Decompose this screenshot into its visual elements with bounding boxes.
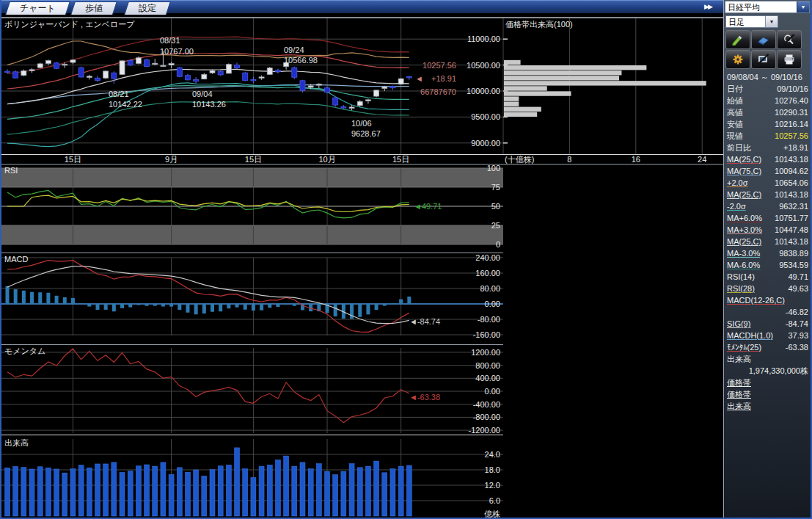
quote-row-label[interactable]: MACD(12-26,C) — [727, 296, 785, 305]
quote-row[interactable]: MACD(12-26,C) — [724, 294, 811, 306]
svg-text:10257.56: 10257.56 — [423, 61, 456, 70]
quote-row-value: -84.74 — [786, 319, 808, 328]
svg-text:◄-84.74: ◄-84.74 — [409, 317, 440, 326]
quote-row-label[interactable]: MA+3.0% — [727, 225, 762, 234]
quote-row: 1,974,330,000株 — [724, 365, 811, 377]
svg-text:800.00: 800.00 — [475, 361, 500, 370]
quote-row[interactable]: MA(25,C)10143.18 — [724, 153, 811, 165]
quote-row[interactable]: MA(25,C)10143.18 — [724, 189, 811, 200]
period-dropdown-arrow-icon[interactable]: ▼ — [765, 16, 778, 27]
quote-row-label[interactable]: ﾓﾒﾝﾀﾑ(25) — [727, 343, 761, 352]
quote-row[interactable]: MA+6.0%10751.77 — [724, 212, 811, 224]
period-select-value: 日足 — [726, 16, 765, 27]
tab-overflow-icon[interactable]: ▶▶ — [704, 3, 712, 10]
tab-tick-label: 歩値 — [73, 2, 114, 14]
svg-text:24: 24 — [698, 155, 706, 164]
quote-row[interactable]: +2.0σ10654.06 — [724, 177, 811, 189]
quote-row-label[interactable]: 価格帯 — [727, 389, 751, 400]
symbol-dropdown-arrow-icon[interactable]: ▼ — [797, 1, 809, 12]
tab-bar: チャート 歩値 設定 ▶▶ — [0, 0, 723, 13]
svg-text:+18.91: +18.91 — [431, 74, 456, 83]
svg-text:1200.00: 1200.00 — [471, 348, 500, 357]
quote-row-label[interactable]: -2.0σ — [727, 202, 746, 211]
quote-row: 安値10216.14 — [724, 118, 811, 130]
quote-row[interactable]: 価格帯 — [724, 388, 811, 400]
svg-text:◄: ◄ — [415, 74, 423, 83]
tab-settings[interactable]: 設定 — [124, 1, 171, 15]
quote-row-label[interactable]: 価格帯 — [727, 377, 751, 388]
svg-text:16: 16 — [632, 155, 640, 164]
svg-text:10143.26: 10143.26 — [192, 100, 226, 109]
quote-row-label[interactable]: MA(25,C) — [727, 237, 761, 246]
quote-row-value: -63.38 — [786, 343, 808, 352]
svg-text:75: 75 — [491, 183, 500, 192]
quote-row-label: 前日比 — [727, 142, 751, 153]
svg-text:0.00: 0.00 — [485, 387, 500, 396]
svg-text:10000.00: 10000.00 — [467, 87, 500, 95]
svg-text:66787670: 66787670 — [420, 87, 456, 96]
svg-text:15日: 15日 — [65, 155, 81, 164]
quote-row: 現値10257.56 — [724, 130, 811, 142]
tab-settings-label: 設定 — [127, 2, 168, 14]
quote-row-value: 10276.40 — [775, 96, 808, 105]
quote-row[interactable]: MA-3.0%9838.89 — [724, 247, 811, 259]
svg-text:10142.22: 10142.22 — [109, 100, 142, 109]
symbol-select-value: 日経平均 — [725, 1, 797, 12]
quote-row[interactable]: MA(75,C)10094.62 — [724, 165, 811, 177]
draw-pencil-button[interactable] — [725, 30, 750, 49]
print-button[interactable] — [777, 50, 802, 69]
chart-toolbar — [725, 30, 802, 69]
quote-row-value: 10290.31 — [775, 108, 808, 117]
quote-row[interactable]: RSI(28)49.63 — [724, 283, 811, 294]
chart-canvas: 08/3110767.0009/2410566.9808/2110142.220… — [0, 13, 723, 519]
svg-text:100: 100 — [487, 164, 500, 173]
quote-row-value: 10216.14 — [775, 120, 808, 128]
tab-chart[interactable]: チャート — [5, 1, 70, 15]
quote-row[interactable]: 出来高 — [724, 400, 811, 412]
quote-row[interactable]: MA-6.0%9534.59 — [724, 259, 811, 271]
svg-text:(十億株): (十億株) — [505, 155, 534, 164]
capture-disabled-button[interactable] — [751, 50, 776, 69]
quote-row-label[interactable]: MA(75,C) — [727, 167, 761, 175]
quote-row-label[interactable]: MA(25,C) — [727, 155, 761, 164]
quote-row: 高値10290.31 — [724, 106, 811, 118]
svg-text:0: 0 — [496, 240, 500, 249]
quote-row-label[interactable]: 出来高 — [727, 401, 751, 412]
quote-row[interactable]: -2.0σ9632.31 — [724, 200, 811, 212]
quote-row[interactable]: 価格帯 — [724, 377, 811, 388]
settings-gear-button[interactable] — [725, 50, 750, 69]
svg-text:出来高: 出来高 — [4, 438, 29, 447]
tab-tick[interactable]: 歩値 — [70, 1, 117, 15]
quote-row-label[interactable]: MA-6.0% — [727, 261, 760, 269]
quote-row-value: 10143.18 — [775, 190, 808, 199]
svg-text:10月: 10月 — [318, 155, 335, 164]
zoom-disabled-button[interactable] — [777, 30, 802, 49]
quote-row[interactable]: ﾓﾒﾝﾀﾑ(25)-63.38 — [724, 341, 811, 353]
quote-row-label[interactable]: RSI(28) — [727, 284, 755, 293]
quote-row-value: 49.63 — [788, 284, 808, 293]
svg-text:11000.00: 11000.00 — [467, 35, 500, 43]
quote-row[interactable]: MACDH(1.0)37.93 — [724, 330, 811, 341]
period-select[interactable]: 日足 ▼ — [725, 15, 778, 28]
quote-row[interactable]: MA(25,C)10143.18 — [724, 236, 811, 247]
quote-row-value: 9632.31 — [779, 202, 808, 211]
period-range-label: 09/08/04 ～ 09/10/16 — [724, 71, 811, 83]
quote-row[interactable]: SIG(9)-84.74 — [724, 318, 811, 330]
svg-text:-800.00: -800.00 — [473, 413, 500, 421]
quote-row-label: 安値 — [727, 119, 743, 130]
quote-row-label[interactable]: +2.0σ — [727, 178, 748, 187]
svg-text:◄-63.38: ◄-63.38 — [409, 393, 440, 402]
quote-row-label[interactable]: SIG(9) — [727, 319, 750, 328]
quote-row: 前日比+18.91 — [724, 142, 811, 153]
quote-row-label[interactable]: MA+6.0% — [727, 214, 762, 222]
gear-icon — [731, 54, 745, 65]
quote-row-value: 10751.77 — [775, 214, 808, 222]
svg-text:◄49.71: ◄49.71 — [414, 202, 442, 211]
quote-row[interactable]: MA+3.0%10447.48 — [724, 224, 811, 236]
eraser-button[interactable] — [751, 30, 776, 49]
symbol-select[interactable]: 日経平均 ▼ — [725, 1, 810, 13]
quote-row-label[interactable]: MACDH(1.0) — [727, 331, 773, 340]
quote-row-label[interactable]: MA(25,C) — [727, 190, 761, 199]
quote-row-label[interactable]: MA-3.0% — [727, 249, 760, 258]
quote-row-value: 37.93 — [788, 331, 808, 340]
